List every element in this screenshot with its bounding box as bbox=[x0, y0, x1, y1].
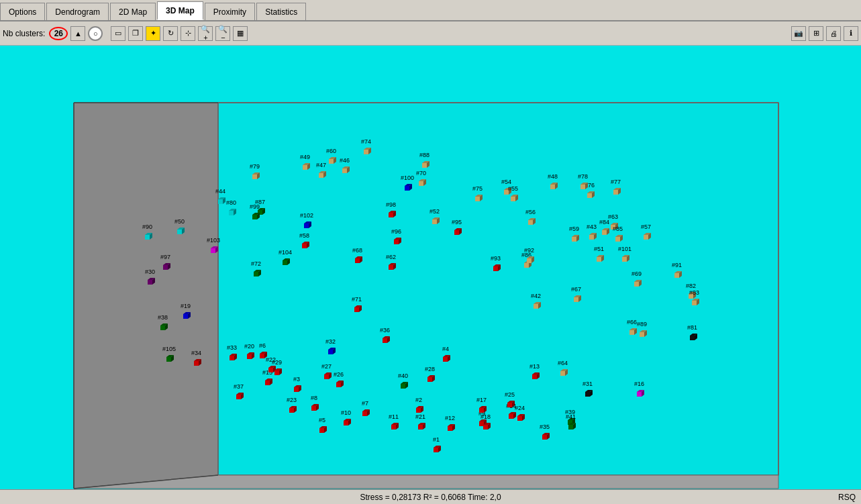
node-label: #7 bbox=[362, 400, 368, 407]
svg-marker-53 bbox=[637, 392, 642, 397]
cube-node: #60 bbox=[326, 148, 336, 164]
node-label: #34 bbox=[191, 350, 201, 356]
cube-node: #31 bbox=[583, 381, 593, 397]
cube-node: #43 bbox=[587, 223, 597, 240]
svg-marker-281 bbox=[389, 213, 393, 217]
cube-node: #62 bbox=[386, 254, 396, 270]
cube-node: #95 bbox=[452, 219, 462, 236]
node-label: #50 bbox=[174, 218, 185, 225]
svg-marker-194 bbox=[574, 297, 578, 302]
cube-node: #47 bbox=[316, 162, 326, 179]
node-label: #35 bbox=[540, 423, 550, 430]
svg-marker-47 bbox=[509, 414, 513, 419]
node-label: #105 bbox=[162, 346, 176, 352]
tab-proximity[interactable]: Proximity bbox=[205, 3, 255, 20]
svg-marker-41 bbox=[448, 426, 452, 431]
node-label: #1 bbox=[433, 436, 440, 443]
node-label: #10 bbox=[341, 409, 351, 416]
copy-btn[interactable]: ❐ bbox=[128, 26, 143, 41]
highlight-btn[interactable]: ✦ bbox=[146, 26, 160, 41]
node-label: #44 bbox=[215, 188, 225, 195]
node-label: #78 bbox=[578, 173, 588, 180]
cube-node: #83 bbox=[689, 289, 699, 306]
node-label: #60 bbox=[326, 148, 336, 154]
node-label: #69 bbox=[631, 270, 642, 277]
spin-up-button[interactable]: ▲ bbox=[70, 26, 85, 41]
svg-marker-299 bbox=[283, 260, 287, 265]
node-label: #36 bbox=[380, 327, 390, 334]
camera-btn[interactable]: 📷 bbox=[791, 26, 806, 41]
main-3d-view[interactable]: #1#2#3#4#5#6#7#8#9#10#11#12#13#14#15#16#… bbox=[0, 46, 861, 492]
axes-btn[interactable]: ⊹ bbox=[181, 26, 195, 41]
svg-marker-140 bbox=[342, 168, 347, 173]
cube-node: #38 bbox=[158, 314, 168, 331]
svg-marker-146 bbox=[550, 185, 555, 189]
svg-marker-269 bbox=[493, 266, 498, 271]
svg-marker-20 bbox=[319, 428, 324, 433]
tab-statistics[interactable]: Statistics bbox=[256, 3, 306, 20]
cube-node: #78 bbox=[578, 173, 588, 190]
tab-bar: Options Dendrogram 2D Map 3D Map Proximi… bbox=[0, 0, 861, 21]
tab-dendrogram[interactable]: Dendrogram bbox=[46, 3, 109, 20]
svg-marker-239 bbox=[692, 301, 697, 305]
cube-node: #77 bbox=[611, 179, 621, 195]
node-label: #43 bbox=[587, 223, 597, 230]
svg-marker-176 bbox=[572, 237, 576, 242]
cube-node: #79 bbox=[250, 163, 260, 180]
cube-node: #46 bbox=[340, 157, 350, 174]
svg-marker-173 bbox=[302, 244, 307, 248]
node-label: #101 bbox=[618, 246, 631, 252]
tab-options[interactable]: Options bbox=[0, 3, 45, 20]
node-label: #12 bbox=[445, 415, 455, 421]
svg-marker-293 bbox=[304, 223, 309, 228]
svg-marker-23 bbox=[260, 354, 264, 358]
svg-marker-11 bbox=[416, 408, 421, 413]
svg-marker-215 bbox=[475, 197, 480, 201]
cube-node: #88 bbox=[419, 152, 429, 168]
cube-node: #40 bbox=[398, 372, 408, 389]
cube-node: #69 bbox=[631, 270, 642, 287]
zoom-in-btn[interactable]: 🔍+ bbox=[198, 26, 213, 41]
zoom-out-btn[interactable]: 🔍− bbox=[215, 26, 230, 41]
svg-marker-179 bbox=[329, 159, 334, 164]
svg-marker-152 bbox=[177, 230, 182, 234]
tab-2d-map[interactable]: 2D Map bbox=[110, 3, 156, 20]
svg-marker-128 bbox=[568, 425, 573, 430]
node-label: #33 bbox=[227, 344, 237, 351]
svg-marker-212 bbox=[364, 150, 368, 154]
cube-node: #8 bbox=[309, 395, 319, 411]
node-label: #91 bbox=[672, 262, 682, 268]
node-label: #5 bbox=[319, 417, 325, 423]
info-btn[interactable]: ℹ bbox=[844, 26, 858, 41]
svg-marker-110 bbox=[542, 435, 547, 440]
cube-node: #104 bbox=[278, 249, 292, 266]
flat-btn[interactable]: ▭ bbox=[111, 26, 125, 41]
nb-clusters-input[interactable] bbox=[49, 27, 68, 40]
svg-marker-164 bbox=[511, 197, 515, 201]
svg-marker-107 bbox=[194, 361, 199, 366]
node-label: #98 bbox=[386, 201, 396, 208]
node-label: #102 bbox=[300, 212, 313, 219]
svg-marker-59 bbox=[483, 425, 488, 430]
node-label: #68 bbox=[352, 247, 362, 254]
cube-node: #101 bbox=[618, 246, 631, 262]
circle-indicator: ○ bbox=[88, 26, 103, 41]
svg-marker-38 bbox=[391, 425, 396, 430]
chart-btn[interactable]: ▦ bbox=[233, 26, 248, 41]
cube-node: #55 bbox=[508, 185, 518, 202]
node-label: #84 bbox=[599, 219, 609, 225]
svg-line-6 bbox=[74, 475, 218, 489]
svg-marker-167 bbox=[528, 220, 533, 225]
node-label: #17 bbox=[476, 397, 487, 403]
rotate-btn[interactable]: ↻ bbox=[163, 26, 178, 41]
export-btn[interactable]: ⊞ bbox=[809, 26, 823, 41]
cube-node: #92 bbox=[524, 247, 534, 264]
cube-node: #48 bbox=[548, 173, 558, 190]
tab-3d-map[interactable]: 3D Map bbox=[157, 1, 203, 20]
svg-marker-104 bbox=[230, 356, 234, 360]
print-btn[interactable]: 🖨 bbox=[826, 26, 841, 41]
cube-node: #57 bbox=[641, 223, 651, 240]
node-label: #83 bbox=[689, 289, 699, 296]
node-label: #29 bbox=[272, 359, 282, 366]
toolbar: Nb clusters: ▲ ○ ▭ ❐ ✦ ↻ ⊹ 🔍+ 🔍− ▦ 📷 ⊞ 🖨… bbox=[0, 21, 861, 46]
